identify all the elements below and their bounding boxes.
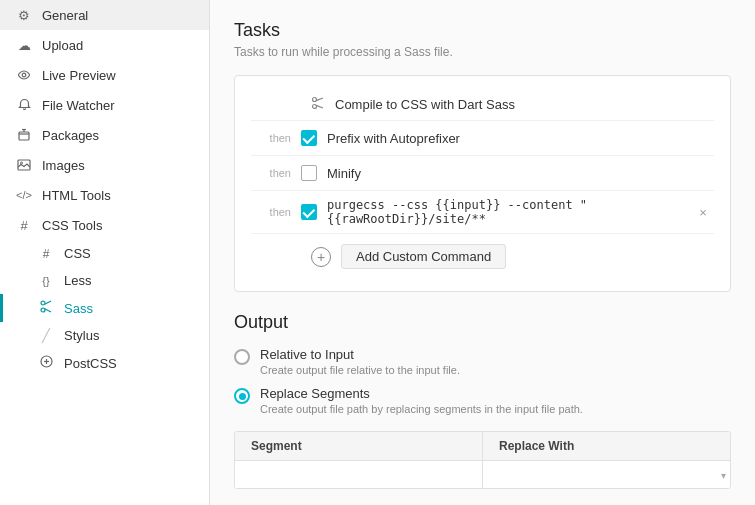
sidebar-sublabel-postcss: PostCSS (64, 356, 117, 371)
hash-icon: # (16, 217, 32, 233)
slash-icon: ╱ (38, 328, 54, 343)
add-command-row: + Add Custom Command (251, 238, 714, 275)
segment-cell-replace: ▾ (483, 461, 730, 488)
circle-plus-icon (38, 355, 54, 371)
sidebar-sublabel-sass: Sass (64, 301, 93, 316)
svg-rect-1 (19, 132, 29, 140)
autoprefixer-label: Prefix with Autoprefixer (327, 131, 460, 146)
then-label-purgecss: then (251, 206, 301, 218)
sidebar-sublabel-less: Less (64, 273, 91, 288)
sidebar-label-css-tools: CSS Tools (42, 218, 102, 233)
segment-table: Segment Replace With ▾ (234, 431, 731, 489)
radio-relative-label: Relative to Input (260, 347, 460, 362)
task-row-autoprefixer: then Prefix with Autoprefixer (251, 121, 714, 155)
svg-point-8 (313, 105, 317, 109)
package-icon (16, 127, 32, 143)
segment-table-row: ▾ (235, 461, 730, 488)
checkbox-autoprefixer[interactable] (301, 130, 317, 146)
segment-input-replace[interactable] (491, 468, 722, 482)
scissors-icon (38, 300, 54, 316)
sidebar-subitem-css[interactable]: # CSS (0, 240, 209, 267)
task-row-purgecss: then purgecss --css {{input}} --content … (251, 191, 714, 233)
sidebar-label-file-watcher: File Watcher (42, 98, 114, 113)
sidebar-item-css-tools[interactable]: # CSS Tools (0, 210, 209, 240)
curly-icon: {} (38, 275, 54, 287)
segment-cell-segment (235, 461, 483, 488)
radio-relative-text: Relative to Input Create output file rel… (260, 347, 460, 376)
radio-replace-label: Replace Segments (260, 386, 583, 401)
task-check-purgecss: purgecss --css {{input}} --content "{{ra… (301, 198, 692, 226)
cloud-icon: ☁ (16, 37, 32, 53)
then-label-autoprefixer: then (251, 132, 301, 144)
delete-purgecss-button[interactable]: × (692, 201, 714, 223)
sidebar-item-packages[interactable]: Packages (0, 120, 209, 150)
sidebar-item-upload[interactable]: ☁ Upload (0, 30, 209, 60)
svg-point-7 (313, 98, 317, 102)
radio-replace-sublabel: Create output file path by replacing seg… (260, 403, 583, 415)
sidebar-subitem-postcss[interactable]: PostCSS (0, 349, 209, 377)
sidebar-item-html-tools[interactable]: </> HTML Tools (0, 180, 209, 210)
hash-sub-icon: # (38, 247, 54, 261)
sidebar-item-general[interactable]: ⚙ General (0, 0, 209, 30)
output-option-replace[interactable]: Replace Segments Create output file path… (234, 386, 731, 415)
output-options: Relative to Input Create output file rel… (234, 347, 731, 415)
radio-replace[interactable] (234, 388, 250, 404)
sidebar-subitem-less[interactable]: {} Less (0, 267, 209, 294)
segment-col-header: Segment (235, 432, 483, 460)
gear-icon: ⚙ (16, 7, 32, 23)
radio-relative-sublabel: Create output file relative to the input… (260, 364, 460, 376)
task-row-compile: Compile to CSS with Dart Sass (251, 92, 714, 120)
add-command-plus-icon[interactable]: + (311, 247, 331, 267)
tasks-panel: Compile to CSS with Dart Sass then Prefi… (234, 75, 731, 292)
radio-relative[interactable] (234, 349, 250, 365)
checkbox-minify[interactable] (301, 165, 317, 181)
main-content: Tasks Tasks to run while processing a Sa… (210, 0, 755, 505)
sidebar-sublabel-css: CSS (64, 246, 91, 261)
tasks-subtitle: Tasks to run while processing a Sass fil… (234, 45, 731, 59)
sidebar-sublabel-stylus: Stylus (64, 328, 99, 343)
task-row-minify: then Minify (251, 156, 714, 190)
segment-input-segment[interactable] (243, 468, 474, 482)
sidebar-label-upload: Upload (42, 38, 83, 53)
sidebar-item-images[interactable]: Images (0, 150, 209, 180)
html-icon: </> (16, 187, 32, 203)
segment-table-header: Segment Replace With (235, 432, 730, 461)
radio-replace-text: Replace Segments Create output file path… (260, 386, 583, 415)
task-check-minify: Minify (301, 165, 714, 181)
sidebar-label-html-tools: HTML Tools (42, 188, 111, 203)
replace-col-header: Replace With (483, 432, 730, 460)
svg-point-3 (21, 162, 23, 164)
sidebar-item-file-watcher[interactable]: File Watcher (0, 90, 209, 120)
sidebar-label-images: Images (42, 158, 85, 173)
task-check-autoprefixer: Prefix with Autoprefixer (301, 130, 714, 146)
sidebar-subitem-sass[interactable]: Sass (0, 294, 209, 322)
purgecss-command: purgecss --css {{input}} --content "{{ra… (327, 198, 692, 226)
svg-point-4 (41, 301, 45, 305)
svg-point-0 (22, 73, 26, 77)
chevron-down-icon: ▾ (721, 469, 726, 480)
minify-label: Minify (327, 166, 361, 181)
bell-icon (16, 97, 32, 113)
checkbox-purgecss[interactable] (301, 204, 317, 220)
sidebar-item-live-preview[interactable]: Live Preview (0, 60, 209, 90)
sidebar-label-packages: Packages (42, 128, 99, 143)
eye-icon (16, 67, 32, 83)
then-label-minify: then (251, 167, 301, 179)
tasks-title: Tasks (234, 20, 731, 41)
sidebar: ⚙ General ☁ Upload Live Preview File Wat… (0, 0, 210, 505)
output-title: Output (234, 312, 731, 333)
image-icon (16, 157, 32, 173)
sidebar-label-live-preview: Live Preview (42, 68, 116, 83)
sidebar-label-general: General (42, 8, 88, 23)
output-option-relative[interactable]: Relative to Input Create output file rel… (234, 347, 731, 376)
scissors-task-icon (311, 96, 325, 113)
svg-point-5 (41, 308, 45, 312)
sidebar-subitem-stylus[interactable]: ╱ Stylus (0, 322, 209, 349)
compile-task-label: Compile to CSS with Dart Sass (335, 97, 515, 112)
add-command-button[interactable]: Add Custom Command (341, 244, 506, 269)
